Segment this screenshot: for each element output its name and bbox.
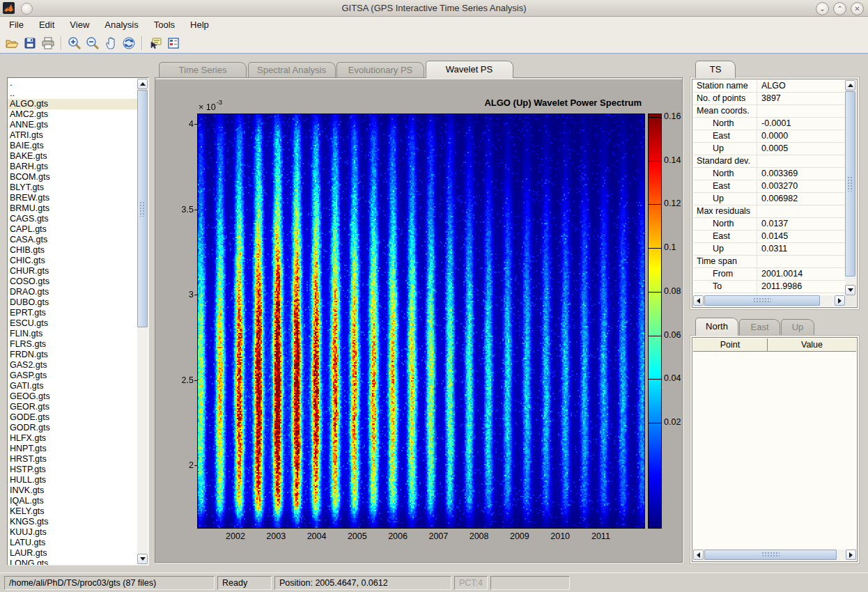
menu-help[interactable]: Help — [183, 17, 217, 33]
file-item[interactable]: DUBO.gts — [8, 297, 139, 308]
tab-time-series[interactable]: Time Series — [159, 62, 247, 77]
scrollbar-thumb[interactable] — [704, 295, 820, 306]
datatip-button[interactable] — [146, 34, 164, 52]
tab-ts[interactable]: TS — [695, 61, 736, 78]
file-item[interactable]: FLRS.gts — [8, 339, 139, 350]
file-item[interactable]: . — [8, 78, 139, 88]
file-item[interactable]: CHIC.gts — [8, 256, 139, 266]
file-item[interactable]: KELY.gts — [8, 506, 139, 517]
wavelet-spectrum-axes[interactable] — [197, 114, 645, 529]
zoom-in-button[interactable] — [65, 34, 84, 52]
y-tick-label: 2.5 — [167, 375, 194, 385]
file-item[interactable]: CAGS.gts — [8, 214, 139, 224]
station-info-table: Station nameALGONo. of points3897Mean co… — [693, 80, 845, 295]
file-item[interactable]: BCOM.gts — [8, 172, 139, 182]
scroll-down-button[interactable] — [845, 285, 855, 295]
scrollbar-thumb[interactable] — [137, 90, 148, 327]
station-info-vscrollbar[interactable] — [845, 80, 856, 295]
file-item[interactable]: GAS2.gts — [8, 360, 139, 371]
file-item[interactable]: ANNE.gts — [8, 120, 139, 130]
file-item[interactable]: ATRI.gts — [8, 130, 139, 141]
file-item[interactable]: GEOG.gts — [8, 391, 139, 402]
scroll-right-button[interactable] — [835, 295, 845, 306]
scroll-right-button[interactable] — [846, 550, 856, 560]
file-item[interactable]: CHUR.gts — [8, 266, 139, 276]
file-item[interactable]: IQAL.gts — [8, 496, 139, 506]
file-list[interactable]: ...ALGO.gtsAMC2.gtsANNE.gtsATRI.gtsBAIE.… — [7, 77, 149, 566]
file-item[interactable]: BAIE.gts — [8, 141, 139, 151]
file-item[interactable]: KUUJ.gts — [8, 527, 139, 538]
file-item[interactable]: GATI.gts — [8, 381, 139, 391]
file-item[interactable]: LATU.gts — [8, 538, 139, 548]
arrow-right-icon — [838, 298, 842, 304]
scroll-left-button[interactable] — [693, 550, 704, 560]
rotate-3d-button[interactable] — [120, 34, 138, 52]
point-value-hscrollbar[interactable] — [693, 550, 856, 561]
tab-wavelet-ps[interactable]: Wavelet PS — [426, 61, 513, 78]
menu-edit[interactable]: Edit — [31, 17, 62, 33]
file-item[interactable]: BAKE.gts — [8, 151, 139, 162]
scroll-up-button[interactable] — [845, 80, 855, 91]
file-item[interactable]: ALGO.gts — [8, 99, 139, 109]
file-list-scrollbar[interactable] — [137, 79, 148, 564]
station-info-hscrollbar[interactable] — [693, 295, 845, 306]
scroll-up-button[interactable] — [137, 79, 148, 89]
file-item[interactable]: .. — [8, 88, 139, 99]
menu-tools[interactable]: Tools — [146, 17, 183, 33]
file-item[interactable]: HLFX.gts — [8, 433, 139, 444]
save-button[interactable] — [21, 34, 39, 52]
row-label: North — [693, 218, 757, 230]
file-item[interactable]: CASA.gts — [8, 235, 139, 245]
colorbar-tick-label: 0.1 — [664, 242, 695, 252]
file-item[interactable]: ESCU.gts — [8, 318, 139, 329]
file-item[interactable]: DRAO.gts — [8, 287, 139, 297]
zoom-out-button[interactable] — [84, 34, 102, 52]
close-button[interactable]: ✕ — [851, 2, 864, 15]
file-item[interactable]: BLYT.gts — [8, 182, 139, 193]
row-label: Station name — [693, 80, 757, 92]
scroll-left-button[interactable] — [693, 295, 704, 306]
tab-evolutionary-ps[interactable]: Evolutionary PS — [336, 62, 424, 77]
print-button[interactable] — [39, 34, 57, 52]
file-item[interactable]: FLIN.gts — [8, 329, 139, 339]
file-item[interactable]: GODE.gts — [8, 412, 139, 423]
file-item[interactable]: BRMU.gts — [8, 203, 139, 214]
file-item[interactable]: HULL.gts — [8, 475, 139, 485]
colorbar-tick-mark — [649, 161, 661, 162]
file-item[interactable]: KNGS.gts — [8, 517, 139, 527]
file-item[interactable]: LAUR.gts — [8, 548, 139, 559]
file-item[interactable]: CHIB.gts — [8, 245, 139, 256]
scrollbar-thumb[interactable] — [845, 91, 855, 276]
file-item[interactable]: FRDN.gts — [8, 350, 139, 360]
scroll-down-button[interactable] — [137, 554, 148, 564]
menu-view[interactable]: View — [62, 17, 97, 33]
file-item[interactable]: CAPL.gts — [8, 224, 139, 235]
datatip-icon — [148, 36, 162, 50]
file-item[interactable]: GODR.gts — [8, 423, 139, 433]
file-item[interactable]: GEOR.gts — [8, 402, 139, 412]
menu-analysis[interactable]: Analysis — [97, 17, 146, 33]
tab-spectral-analysis[interactable]: Spectral Analysis — [248, 62, 336, 77]
file-item[interactable]: HRST.gts — [8, 454, 139, 465]
open-button[interactable] — [3, 34, 21, 52]
tab-up[interactable]: Up — [781, 319, 814, 336]
tab-east[interactable]: East — [739, 319, 780, 336]
file-item[interactable]: AMC2.gts — [8, 109, 139, 120]
view-table-button[interactable] — [164, 34, 183, 52]
file-item[interactable]: LONG.gts — [8, 559, 139, 566]
file-item[interactable]: INVK.gts — [8, 485, 139, 496]
file-item[interactable]: COSO.gts — [8, 276, 139, 287]
maximize-button[interactable]: ⌃ — [833, 2, 846, 15]
file-item[interactable]: HNPT.gts — [8, 444, 139, 454]
file-item[interactable]: HSTP.gts — [8, 465, 139, 475]
file-item[interactable]: EPRT.gts — [8, 308, 139, 318]
tab-north[interactable]: North — [695, 318, 738, 336]
pan-button[interactable] — [102, 34, 120, 52]
scrollbar-thumb[interactable] — [704, 550, 837, 560]
wavelet-heatmap[interactable] — [198, 114, 644, 528]
file-item[interactable]: BREW.gts — [8, 193, 139, 203]
minimize-button[interactable]: ⌄ — [816, 2, 829, 15]
file-item[interactable]: BARH.gts — [8, 162, 139, 172]
menu-file[interactable]: File — [1, 17, 31, 33]
file-item[interactable]: GASP.gts — [8, 371, 139, 381]
